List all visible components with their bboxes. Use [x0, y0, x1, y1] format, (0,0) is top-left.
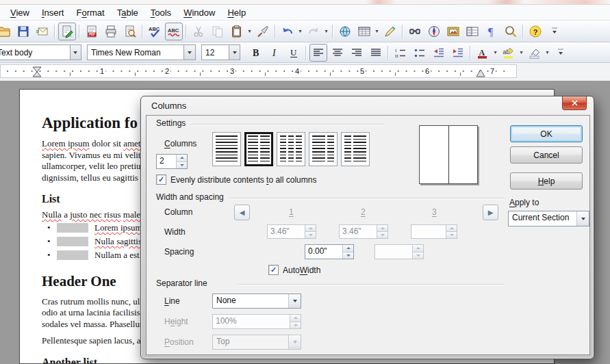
find-and-replace-button[interactable]	[406, 23, 424, 40]
menu-format[interactable]: Format	[70, 6, 110, 19]
horizontal-ruler[interactable]: 1234567	[0, 63, 610, 81]
background-color-button[interactable]	[526, 44, 544, 62]
toolbar-more-button[interactable]	[546, 23, 563, 40]
preset-one-column[interactable]	[212, 132, 241, 166]
dropdown-arrow-icon[interactable]	[183, 45, 195, 60]
bullet-list-button[interactable]	[411, 44, 429, 62]
dropdown-arrow-icon[interactable]	[229, 45, 240, 60]
line-style-value[interactable]: None	[213, 294, 288, 308]
open-button[interactable]	[0, 23, 13, 40]
cancel-button[interactable]: Cancel	[510, 146, 583, 164]
previous-column-button[interactable]: ◀	[234, 205, 250, 220]
indent-marker-left-icon[interactable]	[32, 66, 42, 77]
dropdown-arrow-icon[interactable]	[576, 211, 589, 226]
menu-help[interactable]: Help	[221, 6, 252, 19]
menu-view[interactable]: View	[4, 6, 36, 19]
bold-button[interactable]: B	[246, 44, 264, 62]
menu-tools[interactable]: Tools	[144, 6, 177, 19]
spin-up-icon[interactable]	[343, 245, 353, 252]
print-button[interactable]	[102, 23, 120, 40]
paragraph-style-combo[interactable]: Text body	[0, 44, 81, 60]
width-field-3	[411, 224, 457, 239]
help-button[interactable]: ?	[526, 23, 544, 40]
preset-left-weighted[interactable]	[309, 132, 338, 166]
clone-formatting-button[interactable]	[254, 23, 272, 40]
navigator-button[interactable]	[425, 23, 443, 40]
highlighting-dropdown-arrow[interactable]: ▾	[518, 44, 524, 61]
formatting-marks-button[interactable]: ¶	[483, 23, 500, 40]
insert-table-button[interactable]	[355, 23, 373, 40]
align-left-button[interactable]	[309, 44, 327, 62]
numbered-list-button[interactable]: III	[392, 44, 409, 62]
italic-button[interactable]: I	[266, 44, 283, 62]
columns-count-spinner[interactable]: 2	[156, 154, 188, 169]
print-preview-button[interactable]	[121, 23, 139, 40]
send-email-button[interactable]	[34, 23, 51, 40]
highlighting-button[interactable]: ab	[500, 44, 518, 62]
menu-window[interactable]: Window	[177, 6, 221, 19]
font-name-combo[interactable]: Times New Roman	[87, 44, 196, 60]
close-button[interactable]	[562, 96, 587, 110]
indent-marker-right-icon[interactable]	[476, 69, 485, 77]
decrease-indent-button[interactable]	[430, 44, 448, 62]
spacing-value-1[interactable]: 0.00"	[305, 245, 342, 259]
italic-icon: I	[268, 46, 281, 60]
font-size-combo[interactable]: 12	[201, 44, 240, 60]
increase-indent-button[interactable]	[449, 44, 467, 62]
data-sources-button[interactable]	[463, 23, 481, 40]
show-draw-functions-button[interactable]	[381, 23, 399, 40]
next-column-button[interactable]: ▶	[483, 205, 498, 220]
ok-button[interactable]: OK	[510, 125, 583, 142]
undo-button[interactable]	[279, 23, 296, 40]
export-pdf-button[interactable]: PDF	[83, 23, 101, 40]
paste-dropdown-arrow[interactable]: ▾	[246, 23, 253, 40]
align-right-button[interactable]	[348, 44, 366, 62]
menu-table[interactable]: Table	[111, 6, 144, 19]
background-color-dropdown-arrow[interactable]: ▾	[544, 44, 550, 61]
ruler-number: 2	[164, 66, 170, 76]
spin-down-icon[interactable]	[343, 252, 353, 259]
paste-button[interactable]	[228, 23, 246, 40]
checkbox-icon[interactable]: ✓	[268, 265, 279, 275]
preset-two-columns[interactable]	[244, 132, 273, 166]
paragraph-style-value[interactable]: Text body	[0, 48, 70, 57]
evenly-distribute-checkbox[interactable]: ✓ Evenly distribute contents to all colu…	[156, 174, 316, 185]
zoom-button[interactable]	[502, 23, 520, 40]
dialog-titlebar[interactable]: Columns	[141, 96, 594, 115]
edit-mode-button[interactable]	[58, 23, 76, 40]
line-style-dropdown[interactable]: None	[212, 294, 301, 309]
align-center-button[interactable]	[329, 44, 346, 62]
apply-to-value[interactable]: Current Section	[509, 211, 576, 226]
auto-spellcheck-button[interactable]: ABC	[165, 23, 183, 40]
dropdown-arrow-icon[interactable]	[70, 45, 81, 60]
underline-button[interactable]: U	[285, 44, 303, 62]
spin-up-icon[interactable]	[177, 155, 187, 161]
spacing-field-1[interactable]: 0.00"	[305, 244, 354, 259]
autowidth-checkbox[interactable]: ✓ AutoWidth	[268, 265, 320, 275]
preset-three-columns[interactable]	[277, 132, 305, 166]
preset-column	[327, 135, 334, 163]
redo-dropdown-arrow[interactable]: ▾	[323, 23, 329, 40]
dropdown-arrow-icon[interactable]	[288, 294, 301, 308]
toolbar-more-button[interactable]	[552, 44, 570, 62]
insert-hyperlink-button[interactable]	[336, 23, 354, 40]
font-color-button[interactable]: A	[474, 44, 492, 62]
gallery-button[interactable]	[444, 23, 462, 40]
font-name-value[interactable]: Times New Roman	[88, 48, 183, 57]
font-size-value[interactable]: 12	[202, 48, 229, 57]
font-color-dropdown-arrow[interactable]: ▾	[492, 44, 498, 61]
help-button[interactable]: Help	[510, 172, 583, 190]
apply-to-dropdown[interactable]: Current Section	[508, 211, 589, 226]
spinner-buttons[interactable]	[176, 155, 187, 168]
group-rule	[229, 198, 505, 199]
spin-down-icon[interactable]	[177, 161, 187, 169]
insert-table-dropdown-arrow[interactable]: ▾	[374, 23, 380, 40]
preset-right-weighted[interactable]	[341, 132, 370, 166]
align-justify-button[interactable]	[367, 44, 385, 62]
checkbox-icon[interactable]: ✓	[156, 174, 166, 185]
columns-count-value[interactable]: 2	[157, 155, 176, 168]
undo-dropdown-arrow[interactable]: ▾	[297, 23, 303, 40]
save-button[interactable]	[14, 23, 32, 40]
menu-insert[interactable]: Insert	[36, 6, 71, 19]
spelling-button[interactable]: ABC	[146, 23, 164, 40]
